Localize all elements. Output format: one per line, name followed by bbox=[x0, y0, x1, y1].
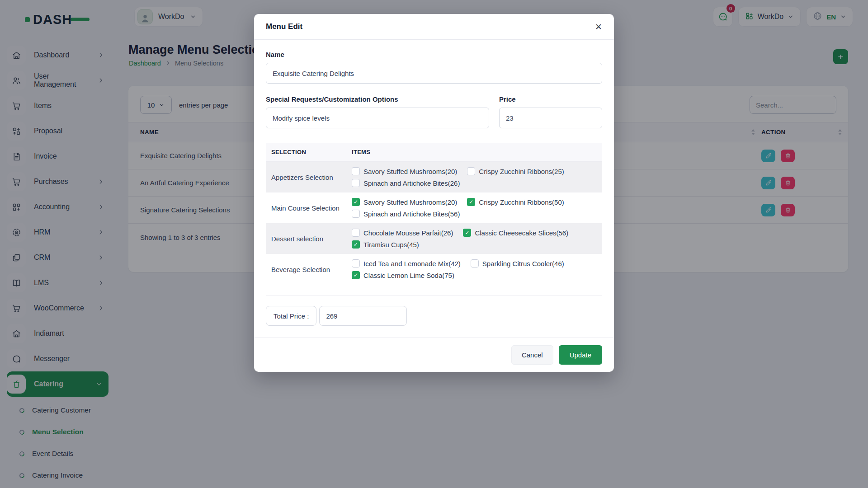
modal-title: Menu Edit bbox=[266, 22, 302, 31]
special-requests-field[interactable] bbox=[266, 108, 489, 128]
modal-header: Menu Edit ✕ bbox=[254, 14, 614, 40]
selection-table-rows: Appetizers Selection Savory Stuffed Mush… bbox=[266, 162, 602, 285]
selection-row: Main Course Selection Savory Stuffed Mus… bbox=[266, 192, 602, 223]
menu-item-option-iced-tea-and-lemonade-mix-42-[interactable]: Iced Tea and Lemonade Mix(42) bbox=[352, 259, 461, 267]
checkbox-icon[interactable] bbox=[352, 240, 360, 249]
special-requests-group: Special Requests/Customization Options bbox=[266, 95, 489, 128]
name-label: Name bbox=[266, 51, 602, 58]
name-field[interactable] bbox=[266, 63, 602, 84]
checkbox-icon[interactable] bbox=[467, 198, 475, 206]
special-requests-label: Special Requests/Customization Options bbox=[266, 95, 489, 103]
price-group: Price bbox=[499, 95, 602, 128]
selection-name: Appetizers Selection bbox=[266, 174, 343, 181]
menu-item-option-savory-stuffed-mushrooms-20-[interactable]: Savory Stuffed Mushrooms(20) bbox=[352, 198, 457, 206]
checkbox-icon[interactable] bbox=[352, 210, 360, 218]
selection-name: Beverage Selection bbox=[266, 266, 343, 273]
cancel-button[interactable]: Cancel bbox=[511, 345, 553, 365]
divider bbox=[266, 296, 602, 296]
update-button[interactable]: Update bbox=[559, 345, 602, 365]
checkbox-icon[interactable] bbox=[467, 167, 475, 175]
menu-item-option-sparkling-citrus-cooler-46-[interactable]: Sparkling Citrus Cooler(46) bbox=[471, 259, 564, 267]
price-label: Price bbox=[499, 95, 602, 103]
checkbox-icon[interactable] bbox=[352, 259, 360, 267]
menu-item-option-savory-stuffed-mushrooms-20-[interactable]: Savory Stuffed Mushrooms(20) bbox=[352, 167, 457, 175]
close-icon[interactable]: ✕ bbox=[595, 23, 602, 31]
modal-footer: Cancel Update bbox=[254, 338, 614, 372]
menu-item-option-tiramisu-cups-45-[interactable]: Tiramisu Cups(45) bbox=[352, 240, 419, 249]
selection-row: Dessert selection Chocolate Mousse Parfa… bbox=[266, 223, 602, 254]
total-price-group: Total Price : bbox=[266, 306, 602, 326]
menu-item-option-spinach-and-artichoke-bites-26-[interactable]: Spinach and Artichoke Bites(26) bbox=[352, 179, 460, 187]
items-column-header: ITEMS bbox=[343, 149, 370, 155]
checkbox-icon[interactable] bbox=[352, 167, 360, 175]
checkbox-icon[interactable] bbox=[471, 259, 479, 267]
app-root: DASH Dashboard User Management Items Pro… bbox=[0, 0, 868, 488]
checkbox-icon[interactable] bbox=[352, 179, 360, 187]
selection-row: Appetizers Selection Savory Stuffed Mush… bbox=[266, 162, 602, 192]
selection-row: Beverage Selection Iced Tea and Lemonade… bbox=[266, 254, 602, 285]
checkbox-icon[interactable] bbox=[352, 198, 360, 206]
price-field[interactable] bbox=[499, 108, 602, 128]
modal-body: Name Special Requests/Customization Opti… bbox=[254, 40, 614, 338]
selection-name: Main Course Selection bbox=[266, 204, 343, 212]
selection-column-header: SELECTION bbox=[266, 149, 343, 155]
menu-item-option-spinach-and-artichoke-bites-56-[interactable]: Spinach and Artichoke Bites(56) bbox=[352, 210, 460, 218]
checkbox-icon[interactable] bbox=[463, 229, 471, 237]
menu-item-option-crispy-zucchini-ribbons-25-[interactable]: Crispy Zucchini Ribbons(25) bbox=[467, 167, 564, 175]
menu-item-option-classic-lemon-lime-soda-75-[interactable]: Classic Lemon Lime Soda(75) bbox=[352, 271, 454, 279]
total-price-label: Total Price : bbox=[266, 306, 316, 326]
total-price-field[interactable] bbox=[319, 306, 407, 326]
selection-table-header: SELECTION ITEMS bbox=[266, 143, 602, 162]
selection-name: Dessert selection bbox=[266, 235, 343, 243]
menu-item-option-classic-cheesecake-slices-56-[interactable]: Classic Cheesecake Slices(56) bbox=[463, 229, 568, 237]
menu-item-option-chocolate-mousse-parfait-26-[interactable]: Chocolate Mousse Parfait(26) bbox=[352, 229, 453, 237]
selection-table: SELECTION ITEMS Appetizers Selection Sav… bbox=[266, 143, 602, 285]
checkbox-icon[interactable] bbox=[352, 229, 360, 237]
menu-item-option-crispy-zucchini-ribbons-50-[interactable]: Crispy Zucchini Ribbons(50) bbox=[467, 198, 564, 206]
checkbox-icon[interactable] bbox=[352, 271, 360, 279]
menu-edit-modal: Menu Edit ✕ Name Special Requests/Custom… bbox=[254, 14, 614, 372]
